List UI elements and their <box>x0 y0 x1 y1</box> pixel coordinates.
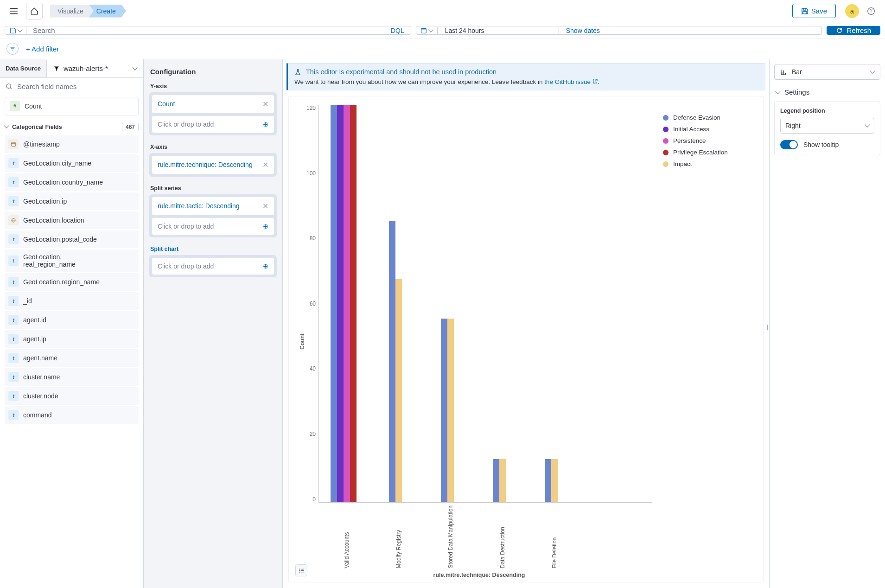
field-search-input[interactable] <box>17 83 138 90</box>
bar[interactable] <box>441 319 447 502</box>
calendar-button[interactable] <box>416 27 438 34</box>
github-issue-link[interactable]: the GitHub issue <box>544 78 598 85</box>
y-axis-chip[interactable]: Count ✕ <box>152 95 274 113</box>
field-item[interactable]: tGeoLocation.city_name <box>5 154 139 172</box>
bar[interactable] <box>447 319 454 502</box>
svg-point-6 <box>6 84 11 88</box>
legend-swatch <box>663 150 669 155</box>
legend-toggle-button[interactable] <box>295 564 307 576</box>
legend-label: Impact <box>673 160 692 167</box>
callout-body: We want to hear from you about how we ca… <box>294 78 758 85</box>
plus-circle-icon: ⊕ <box>263 262 268 270</box>
y-axis-dropzone[interactable]: Click or drop to add ⊕ <box>152 116 274 133</box>
legend-position-select[interactable]: Right <box>780 118 874 134</box>
split-series-chip[interactable]: rule.mitre.tactic: Descending ✕ <box>152 197 274 215</box>
y-axis-title: Count <box>298 333 306 350</box>
split-chart-dropzone[interactable]: Click or drop to add ⊕ <box>152 258 274 275</box>
bar[interactable] <box>545 459 551 502</box>
field-item[interactable]: tcommand <box>5 406 139 424</box>
bar[interactable] <box>344 105 350 502</box>
bar[interactable] <box>337 105 344 502</box>
svg-point-10 <box>299 570 300 571</box>
bar[interactable] <box>551 459 558 502</box>
avatar[interactable]: a <box>845 4 859 18</box>
show-dates-button[interactable]: Show dates <box>558 27 607 34</box>
field-name: GeoLocation.city_name <box>23 160 91 167</box>
close-icon[interactable]: ✕ <box>262 202 268 211</box>
breadcrumb-create[interactable]: Create <box>89 5 126 18</box>
show-tooltip-label: Show tooltip <box>803 141 839 148</box>
text-type-icon: t <box>8 277 19 287</box>
bar[interactable] <box>499 459 506 502</box>
chart-type-select[interactable]: Bar <box>774 64 880 80</box>
save-button[interactable]: Save <box>792 4 836 18</box>
close-icon[interactable]: ✕ <box>262 100 268 109</box>
field-item[interactable]: tGeoLocation. real_region_name <box>5 249 139 272</box>
field-item[interactable]: tGeoLocation.postal_code <box>5 230 139 248</box>
settings-section-toggle[interactable]: Settings <box>776 88 879 96</box>
home-button[interactable] <box>26 3 43 19</box>
bar[interactable] <box>389 221 395 502</box>
field-name: cluster.node <box>23 392 58 400</box>
field-name: GeoLocation.location <box>23 217 84 224</box>
categorical-fields-header[interactable]: Categorical Fields 467 <box>0 120 143 134</box>
nav-menu-button[interactable] <box>6 3 22 19</box>
field-item[interactable]: @timestamp <box>5 135 139 153</box>
field-item[interactable]: tagent.name <box>5 349 139 367</box>
filter-menu-button[interactable] <box>6 43 19 55</box>
data-source-select[interactable]: wazuh-alerts-* <box>46 60 143 77</box>
hamburger-icon <box>10 7 18 15</box>
legend-label: Defense Evasion <box>673 114 720 121</box>
bar[interactable] <box>493 459 499 502</box>
field-item[interactable]: GeoLocation.location <box>5 211 139 229</box>
resize-handle[interactable]: || <box>766 324 767 330</box>
add-filter-button[interactable]: + Add filter <box>26 45 59 53</box>
split-series-dropzone[interactable]: Click or drop to add ⊕ <box>152 218 274 235</box>
x-axis-chip[interactable]: rule.mitre.technique: Descending ✕ <box>152 156 274 174</box>
help-button[interactable]: ? <box>863 3 879 19</box>
date-type-icon <box>8 139 19 149</box>
dql-toggle[interactable]: DQL <box>384 26 411 34</box>
legend-item[interactable]: Persistence <box>663 137 749 144</box>
search-input[interactable] <box>26 26 384 34</box>
saved-queries-button[interactable] <box>5 26 26 34</box>
split-series-label: Split series <box>150 185 276 192</box>
breadcrumb-visualize[interactable]: Visualize <box>50 5 94 18</box>
bar[interactable] <box>350 105 357 502</box>
split-chart-label[interactable]: Split chart <box>150 246 276 252</box>
refresh-button[interactable]: Refresh <box>827 26 880 35</box>
field-item[interactable]: tGeoLocation.ip <box>5 192 139 210</box>
text-type-icon: t <box>8 158 19 168</box>
bar[interactable] <box>331 105 337 502</box>
text-type-icon: t <box>8 372 19 382</box>
drop-placeholder: Click or drop to add <box>158 223 214 230</box>
field-item[interactable]: tGeoLocation.region_name <box>5 273 139 291</box>
field-item[interactable]: tcluster.node <box>5 387 139 405</box>
field-name: _id <box>23 297 32 305</box>
bar[interactable] <box>395 279 402 502</box>
field-item[interactable]: t_id <box>5 292 139 310</box>
x-axis-label: X-axis <box>150 144 276 150</box>
field-item[interactable]: tGeoLocation.country_name <box>5 173 139 191</box>
legend-item[interactable]: Initial Access <box>663 126 749 133</box>
bar-group <box>427 105 467 502</box>
close-icon[interactable]: ✕ <box>262 160 268 169</box>
legend-item[interactable]: Privilege Escalation <box>663 149 749 156</box>
y-axis-chip-text: Count <box>158 100 175 109</box>
available-count-field[interactable]: # Count <box>5 97 139 115</box>
configuration-title: Configuration <box>150 68 276 76</box>
svg-rect-7 <box>12 142 16 146</box>
y-tick: 100 <box>306 170 316 177</box>
field-item[interactable]: tagent.id <box>5 311 139 329</box>
drop-placeholder: Click or drop to add <box>158 262 214 270</box>
field-item[interactable]: tagent.ip <box>5 330 139 348</box>
legend-item[interactable]: Defense Evasion <box>663 114 749 121</box>
geo-type-icon <box>8 215 19 225</box>
field-name: agent.name <box>23 354 57 362</box>
show-tooltip-toggle[interactable] <box>780 140 798 149</box>
date-range-text[interactable]: Last 24 hours <box>438 27 558 34</box>
legend-item[interactable]: Impact <box>663 160 749 167</box>
y-tick: 80 <box>310 235 316 242</box>
field-item[interactable]: tcluster.name <box>5 368 139 386</box>
text-type-icon: t <box>8 256 19 266</box>
